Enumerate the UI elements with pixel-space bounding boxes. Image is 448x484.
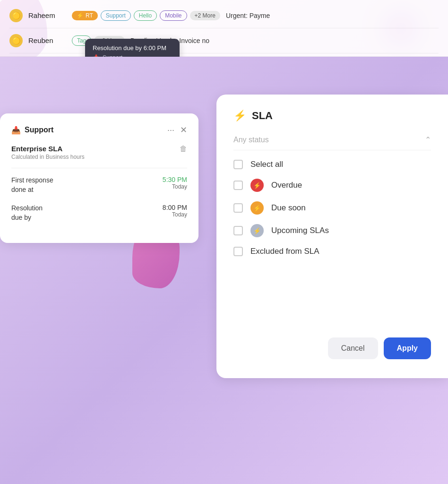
- purple-section: 📥 Support ··· ✕ Enterprise SLA Calculate…: [0, 57, 448, 484]
- panel-title: 📥 Support: [11, 126, 53, 135]
- due-soon-icon: ⚡: [250, 201, 264, 215]
- more-options-button[interactable]: ···: [167, 125, 174, 135]
- row-name-reuben: Reuben: [28, 36, 66, 44]
- panel-header: 📥 Support ··· ✕: [11, 125, 187, 135]
- checkbox-excluded[interactable]: [233, 247, 243, 256]
- avatar-reuben: 🟡: [9, 34, 23, 47]
- checkbox-upcoming[interactable]: [233, 226, 243, 235]
- delete-icon[interactable]: 🗑: [180, 145, 187, 153]
- filter-header: ⚡ SLA: [233, 110, 431, 122]
- filter-footer: Cancel Apply: [328, 337, 431, 359]
- sla-row-resolution: Resolutiondue by 8:00 PM Today: [11, 204, 187, 222]
- upcoming-icon: ⚡: [250, 224, 264, 237]
- sla-filter-panel: ⚡ SLA Any status ⌃ Select all ⚡ Overdue: [216, 95, 448, 378]
- sla-date-first: Today: [163, 183, 187, 190]
- option-label-upcoming: Upcoming SLAs: [271, 226, 329, 235]
- filter-option-select-all[interactable]: Select all: [233, 160, 431, 169]
- tag-more-raheem[interactable]: +2 More: [190, 11, 220, 20]
- option-label-excluded: Excluded from SLA: [250, 247, 319, 256]
- sla-value-first: 5:30 PM Today: [163, 176, 187, 190]
- filter-option-overdue[interactable]: ⚡ Overdue: [233, 179, 431, 192]
- sla-detail-panel: 📥 Support ··· ✕ Enterprise SLA Calculate…: [0, 113, 198, 243]
- option-label-due-soon: Due soon: [271, 203, 306, 213]
- sla-date-resolution: Today: [163, 211, 187, 218]
- filter-option-upcoming[interactable]: ⚡ Upcoming SLAs: [233, 224, 431, 237]
- table-row: 🟡 Reuben Tag +2 More Pending Vendor Invo…: [9, 28, 439, 53]
- filter-title: SLA: [252, 110, 273, 122]
- option-label-overdue: Overdue: [271, 181, 302, 190]
- filter-option-due-soon[interactable]: ⚡ Due soon: [233, 201, 431, 215]
- sla-row-first-response: First responsedone at 5:30 PM Today: [11, 176, 187, 194]
- tags-raheem: ⚡ RT Support Hello Mobile +2 More: [72, 10, 220, 21]
- status-selector[interactable]: Any status ⌃: [233, 130, 431, 150]
- sla-time-first: 5:30 PM: [163, 176, 187, 183]
- status-label: Any status: [233, 136, 269, 144]
- apply-button[interactable]: Apply: [384, 337, 431, 359]
- sla-bolt-icon: ⚡: [233, 110, 246, 122]
- avatar-raheem: 🟡: [9, 9, 23, 22]
- tag-rt[interactable]: ⚡ RT: [72, 11, 98, 20]
- option-label-select-all: Select all: [250, 160, 283, 169]
- overdue-icon: ⚡: [250, 179, 264, 192]
- sla-label-resolution: Resolutiondue by: [11, 204, 43, 222]
- filter-option-excluded[interactable]: Excluded from SLA: [233, 247, 431, 256]
- tag-hello[interactable]: Hello: [134, 10, 157, 21]
- row-subject-raheem: Urgent: Payme: [226, 12, 270, 19]
- row-name-raheem: Raheem: [28, 11, 66, 19]
- table-header-section: 🟡 Raheem ⚡ RT Support Hello Mobile +2 Mo…: [0, 0, 448, 57]
- table-row: 🟡 Raheem ⚡ RT Support Hello Mobile +2 Mo…: [9, 3, 439, 28]
- sla-name: Enterprise SLA: [11, 145, 85, 153]
- checkbox-due-soon[interactable]: [233, 203, 243, 213]
- sla-sub: Calculated in Business hours: [11, 154, 85, 160]
- inbox-panel-icon: 📥: [11, 126, 21, 135]
- cancel-button[interactable]: Cancel: [328, 337, 378, 359]
- bolt-icon: ⚡: [77, 12, 84, 19]
- tag-support-raheem[interactable]: Support: [101, 10, 131, 21]
- panel-actions: ··· ✕: [167, 125, 187, 135]
- close-button[interactable]: ✕: [180, 125, 187, 135]
- checkbox-overdue[interactable]: [233, 181, 243, 190]
- sla-value-resolution: 8:00 PM Today: [163, 204, 187, 218]
- tooltip-title: Resolution due by 6:00 PM: [93, 44, 172, 52]
- chevron-up-icon: ⌃: [425, 135, 431, 144]
- divider: [11, 168, 187, 168]
- tag-mobile[interactable]: Mobile: [160, 10, 187, 21]
- filter-options: Select all ⚡ Overdue ⚡ Due soon: [233, 160, 431, 256]
- sla-label-first: First responsedone at: [11, 176, 53, 194]
- checkbox-select-all[interactable]: [233, 160, 243, 169]
- sla-time-resolution: 8:00 PM: [163, 204, 187, 211]
